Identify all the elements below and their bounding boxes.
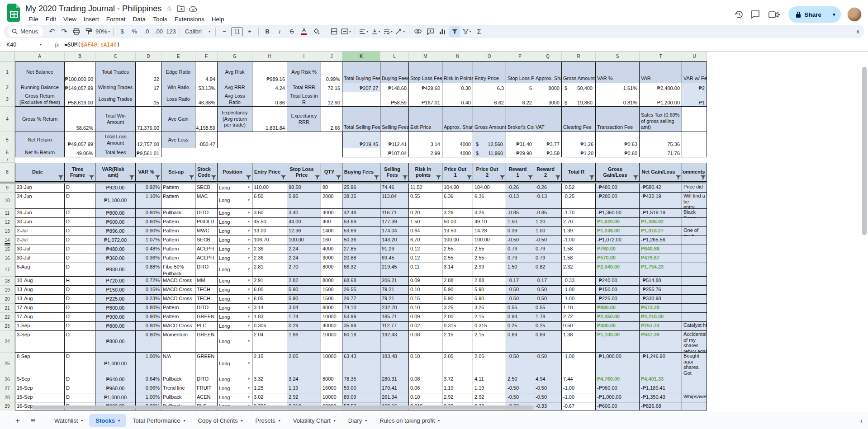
filter-header-buying-fees[interactable]: Buying Fees — [342, 163, 380, 182]
comments-icon[interactable] — [750, 9, 760, 19]
filter-header-time-frame[interactable]: Time Frame — [65, 163, 95, 182]
filter-header-price-out-2[interactable]: Price Out 2 — [473, 163, 506, 182]
cell-B27[interactable]: D — [65, 384, 95, 393]
position-dropdown-icon[interactable]: ▼ — [247, 288, 251, 292]
row-header-20[interactable]: 20 — [0, 295, 15, 304]
cell-R20[interactable]: -1.00 — [562, 295, 596, 304]
cell-B12[interactable]: D — [65, 218, 95, 227]
cell-L3[interactable]: ₱58.59 — [380, 92, 409, 107]
cell-D24[interactable]: 0.80% — [136, 331, 161, 353]
cell-I15[interactable]: 2.24 — [287, 245, 321, 254]
cell-I19[interactable]: 5.90 — [287, 286, 321, 295]
position-dropdown-icon[interactable]: ▼ — [247, 220, 251, 225]
create-filter-button[interactable] — [449, 26, 460, 37]
cell-D1[interactable]: 32 — [136, 61, 161, 83]
cell-S21[interactable]: ₱880.00 — [596, 304, 640, 313]
cell-L13[interactable]: 174.04 — [380, 227, 409, 236]
cell-K23[interactable]: 35.99 — [342, 322, 380, 331]
cell-G9[interactable]: Long▼ — [218, 184, 252, 193]
font-select[interactable]: Calibri▾ — [183, 26, 212, 37]
cell-S24[interactable]: ₱1,100.00 — [596, 331, 640, 353]
sheet-tab-caret-icon[interactable]: ▾ — [334, 419, 336, 423]
cell-T1[interactable]: VAR — [640, 61, 682, 83]
cell-T13[interactable]: ₱1,018.27 — [640, 227, 682, 236]
cell-N23[interactable]: 0.315 — [442, 322, 473, 331]
cell-J16[interactable]: 3000 — [321, 254, 342, 263]
cell-R12[interactable]: 2.70 — [562, 218, 596, 227]
name-box-caret-icon[interactable]: ▾ — [40, 42, 42, 47]
cell-H22[interactable]: 1.83 — [252, 313, 287, 322]
cell-E14[interactable]: Pattern — [161, 236, 195, 245]
cell-K16[interactable]: 20.88 — [342, 254, 380, 263]
cell-R17[interactable]: 2.32 — [562, 263, 596, 277]
cell-C4[interactable]: Total Win Amount — [95, 107, 136, 132]
cell-I2[interactable]: Total RRR — [287, 83, 321, 92]
cell-E17[interactable]: Fibo 50% Pullback — [161, 263, 195, 277]
cell-B23[interactable]: D — [65, 322, 95, 331]
cell-N16[interactable]: 2.55 — [442, 254, 473, 263]
cell-O15[interactable]: 2.55 — [473, 245, 506, 254]
cell-P24[interactable]: 0.69 — [506, 331, 534, 353]
cell-S25[interactable]: -₱1,000.00 — [596, 353, 640, 375]
sheet-tab-total-performance[interactable]: Total Performance▾ — [126, 414, 192, 427]
cell-R5[interactable]: ₱1.26 — [562, 132, 596, 148]
cell-L20[interactable]: 79.21 — [380, 295, 409, 304]
cell-L6[interactable]: ₱107.04 — [380, 148, 409, 157]
cell-J25[interactable]: 10000 — [321, 353, 342, 375]
sheet-tab-caret-icon[interactable]: ▾ — [183, 419, 185, 423]
cell-R4[interactable]: Clearing Fee — [562, 107, 596, 132]
cell-R29[interactable]: -0.67 — [562, 402, 596, 410]
cell-G26[interactable]: Long▼ — [218, 375, 252, 384]
cell-E10[interactable]: Pattern — [161, 193, 195, 209]
row-header-13[interactable]: 13 — [0, 227, 15, 236]
cell-N2[interactable]: 0.30 — [442, 83, 473, 92]
menu-view[interactable]: View — [60, 15, 80, 24]
zoom-select[interactable]: 90%▾ — [95, 26, 110, 37]
filter-header-qty[interactable]: QTY — [321, 163, 342, 182]
cell-F18[interactable]: MM — [195, 277, 218, 286]
cell-T17[interactable]: ₱1,754.23 — [640, 263, 682, 277]
cell-O1[interactable]: Entry Price — [473, 61, 506, 83]
cell-M10[interactable]: 0.55 — [409, 193, 442, 209]
cell-E18[interactable]: MACD Cross — [161, 277, 195, 286]
cell-G5[interactable] — [218, 132, 252, 148]
cell-R24[interactable]: 1.38 — [562, 331, 596, 353]
cell-M6[interactable]: 2.99 — [409, 148, 442, 157]
cell-H2[interactable]: 4.24 — [252, 83, 287, 92]
cell-U11[interactable]: Black Swan. — [682, 209, 707, 218]
cell-F21[interactable]: DITO — [195, 304, 218, 313]
cell-Q23[interactable]: 0.25 — [534, 322, 562, 331]
cell-J7[interactable] — [321, 157, 342, 163]
cell-I7[interactable] — [287, 157, 321, 163]
cell-U10[interactable]: Will find a be entry point — [682, 193, 707, 209]
cell-A26[interactable]: 9-Sep — [15, 375, 65, 384]
cell-H20[interactable]: 6.05 — [252, 295, 287, 304]
cell-K5[interactable]: ₱219.45 — [342, 132, 380, 148]
cell-D14[interactable]: 1.07% — [136, 236, 161, 245]
cell-B1[interactable]: ₱100,000.00 — [65, 61, 95, 83]
cell-L11[interactable]: 116.71 — [380, 209, 409, 218]
cell-N13[interactable]: 13.50 — [442, 227, 473, 236]
row-header-2[interactable]: 2 — [0, 83, 15, 92]
cell-K15[interactable]: 27.85 — [342, 245, 380, 254]
format-currency-button[interactable]: $ — [117, 26, 128, 37]
column-header-J[interactable]: J — [321, 52, 342, 61]
cell-S29[interactable]: -₱600.00 — [596, 402, 640, 410]
menu-extensions[interactable]: Extensions — [171, 15, 208, 24]
sheets-logo-icon[interactable] — [7, 4, 21, 22]
formula-input[interactable]: =SUM($AF40:$AI40) — [64, 42, 120, 48]
cell-A6[interactable]: Net % Return — [15, 148, 65, 157]
cell-B4[interactable]: 58.62% — [65, 107, 95, 132]
cell-F24[interactable]: GREEN — [195, 331, 218, 353]
cell-G7[interactable] — [218, 157, 252, 163]
menu-help[interactable]: Help — [209, 15, 228, 24]
cell-J19[interactable]: 1500 — [321, 286, 342, 295]
format-percent-button[interactable]: % — [129, 26, 140, 37]
cell-G3[interactable]: Avg Loss Ratio — [218, 92, 252, 107]
cell-H18[interactable]: 2.91 — [252, 277, 287, 286]
cell-K11[interactable]: 42.48 — [342, 209, 380, 218]
cell-P4[interactable]: Broker's Comm — [506, 107, 534, 132]
cell-M26[interactable]: 0.08 — [409, 375, 442, 384]
decrease-font-size-button[interactable]: − — [219, 26, 230, 37]
cell-J20[interactable]: 1500 — [321, 295, 342, 304]
